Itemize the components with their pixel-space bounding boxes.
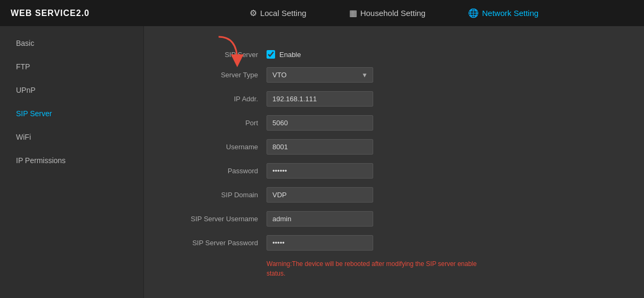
sidebar-ip-permissions-label: IP Permissions [16, 156, 66, 165]
port-row: Port [176, 115, 612, 131]
port-input[interactable] [267, 115, 373, 131]
sip-server-password-row: SIP Server Password [176, 235, 612, 251]
sip-domain-input[interactable] [267, 187, 373, 203]
sidebar-item-ftp[interactable]: FTP [0, 55, 143, 78]
username-row: Username [176, 139, 612, 155]
sidebar-item-ip-permissions[interactable]: IP Permissions [0, 149, 143, 172]
sip-domain-label: SIP Domain [176, 191, 267, 199]
ip-addr-input[interactable] [267, 91, 373, 107]
topnav: WEB SERVICE2.0 ⚙ Local Setting ▦ Househo… [0, 0, 644, 26]
sidebar-basic-label: Basic [16, 39, 34, 47]
household-icon: ▦ [349, 8, 357, 18]
nav-network-setting-label: Network Setting [482, 9, 538, 18]
password-input[interactable] [267, 163, 373, 179]
sidebar-wifi-label: WiFi [16, 133, 31, 141]
nav-local-setting-label: Local Setting [260, 9, 307, 18]
sip-server-form: SIP Server Enable Server Type VTO SIP ▼ [176, 50, 612, 278]
nav-local-setting[interactable]: ⚙ Local Setting [228, 0, 328, 26]
nav-items: ⚙ Local Setting ▦ Household Setting 🌐 Ne… [155, 0, 633, 26]
main-layout: Basic FTP UPnP SIP Server WiFi IP Permis… [0, 26, 644, 298]
warning-container: Warning:The device will be rebooted afte… [267, 259, 612, 278]
sip-server-label: SIP Server [176, 51, 267, 59]
ip-addr-label: IP Addr. [176, 95, 267, 103]
enable-checkbox-wrapper: Enable [267, 50, 301, 59]
password-label: Password [176, 167, 267, 175]
password-row: Password [176, 163, 612, 179]
enable-checkbox[interactable] [267, 50, 275, 59]
server-type-select[interactable]: VTO SIP [267, 67, 373, 83]
brand-logo: WEB SERVICE2.0 [11, 9, 155, 18]
nav-network-setting[interactable]: 🌐 Network Setting [447, 0, 560, 26]
sidebar-ftp-label: FTP [16, 62, 30, 71]
ip-addr-row: IP Addr. [176, 91, 612, 107]
sidebar-item-wifi[interactable]: WiFi [0, 125, 143, 149]
username-label: Username [176, 143, 267, 151]
sidebar: Basic FTP UPnP SIP Server WiFi IP Permis… [0, 26, 144, 298]
enable-label[interactable]: Enable [279, 51, 301, 59]
sip-server-password-label: SIP Server Password [176, 239, 267, 247]
sidebar-item-basic[interactable]: Basic [0, 31, 143, 55]
server-type-label: Server Type [176, 71, 267, 79]
sidebar-item-upnp[interactable]: UPnP [0, 78, 143, 102]
network-icon: 🌐 [468, 8, 479, 18]
sip-server-password-input[interactable] [267, 235, 373, 251]
port-label: Port [176, 119, 267, 127]
sidebar-sip-server-label: SIP Server [16, 109, 52, 118]
nav-household-setting-label: Household Setting [360, 9, 426, 18]
server-type-select-wrapper: VTO SIP ▼ [267, 67, 373, 83]
server-type-row: Server Type VTO SIP ▼ [176, 67, 612, 83]
gear-icon: ⚙ [249, 8, 257, 18]
sip-server-row: SIP Server Enable [176, 50, 612, 59]
sidebar-upnp-label: UPnP [16, 86, 36, 94]
sip-server-username-label: SIP Server Username [176, 215, 267, 223]
content-area: SIP Server Enable Server Type VTO SIP ▼ [144, 26, 644, 298]
username-input[interactable] [267, 139, 373, 155]
nav-household-setting[interactable]: ▦ Household Setting [328, 0, 447, 26]
sip-server-username-row: SIP Server Username [176, 211, 612, 227]
sidebar-item-sip-server[interactable]: SIP Server [0, 102, 143, 125]
sip-domain-row: SIP Domain [176, 187, 612, 203]
warning-message: Warning:The device will be rebooted afte… [267, 259, 490, 278]
sip-server-username-input[interactable] [267, 211, 373, 227]
